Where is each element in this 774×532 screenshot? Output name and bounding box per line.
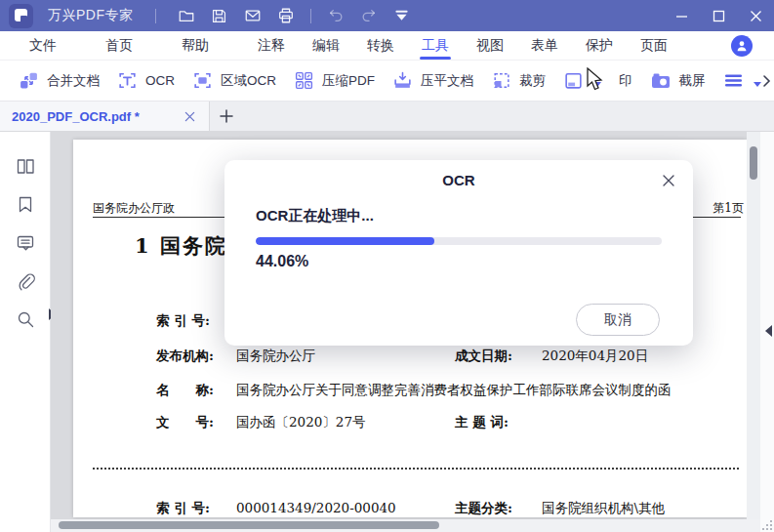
bookmarks-panel-button[interactable] bbox=[14, 193, 37, 217]
open-file-button[interactable] bbox=[170, 0, 203, 31]
tool-label: OCR bbox=[145, 73, 175, 88]
doc-field-value: 2020年04月20日 bbox=[542, 348, 648, 365]
maximize-button[interactable] bbox=[700, 0, 737, 31]
resize-grip[interactable] bbox=[762, 520, 772, 530]
menubar: 文件 首页 帮助 注释 编辑 转换 工具 视图 表单 保护 页面 bbox=[0, 31, 774, 61]
user-avatar[interactable] bbox=[731, 35, 753, 57]
new-tab-button[interactable] bbox=[210, 102, 243, 131]
doc-field-value: 国办函〔2020〕27号 bbox=[236, 414, 366, 431]
menu-form[interactable]: 表单 bbox=[517, 31, 572, 61]
tool-label: 印 bbox=[619, 72, 632, 90]
horizontal-scrollbar-thumb[interactable] bbox=[59, 521, 439, 529]
save-button[interactable] bbox=[203, 0, 236, 31]
menu-convert[interactable]: 转换 bbox=[353, 31, 408, 61]
toolbar-expand-button[interactable] bbox=[762, 70, 774, 92]
area-ocr-icon bbox=[192, 70, 213, 91]
doc-field-value: 000014349/2020-00040 bbox=[236, 500, 396, 515]
compress-pdf-button[interactable]: 压缩PDF bbox=[289, 63, 387, 99]
redo-icon bbox=[360, 7, 378, 24]
attachments-panel-button[interactable] bbox=[14, 269, 37, 293]
titlebar: 万兴PDF专家 bbox=[0, 0, 774, 31]
flatten-pdf-icon bbox=[392, 70, 413, 91]
close-icon bbox=[184, 111, 195, 122]
thumbnails-panel-button[interactable] bbox=[14, 155, 37, 179]
tool-label: 区域OCR bbox=[221, 72, 276, 90]
tab-label: 2020_PDF_OCR.pdf * bbox=[12, 109, 180, 124]
ocr-icon bbox=[117, 70, 138, 91]
doc-field-value: 国务院办公厅关于同意调整完善消费者权益保护工作部际联席会议制度的函 bbox=[236, 382, 672, 399]
menu-view[interactable]: 视图 bbox=[463, 31, 517, 61]
ocr-progress-percent: 44.06% bbox=[256, 253, 308, 270]
user-avatar-icon bbox=[734, 38, 750, 54]
ocr-button[interactable]: OCR bbox=[112, 63, 187, 99]
attachment-icon bbox=[15, 270, 36, 292]
dropdown-caret-icon bbox=[754, 82, 761, 87]
right-panel-toggle[interactable] bbox=[765, 325, 772, 337]
undo-button[interactable] bbox=[319, 0, 352, 31]
doc-field-label: 主 题 词: bbox=[455, 414, 509, 431]
doc-header-left: 国务院办公厅政 bbox=[93, 200, 175, 217]
doc-field-label: 成文日期: bbox=[455, 348, 512, 365]
app-logo-icon bbox=[9, 4, 33, 28]
close-icon bbox=[750, 10, 762, 22]
cancel-button[interactable]: 取消 bbox=[576, 304, 660, 336]
email-icon bbox=[244, 7, 262, 24]
print-button[interactable] bbox=[269, 0, 303, 31]
merge-documents-button[interactable]: 合并文档 bbox=[14, 63, 112, 99]
bookmark-icon bbox=[15, 194, 36, 216]
menu-help[interactable]: 帮助 bbox=[168, 31, 223, 61]
search-panel-button[interactable] bbox=[14, 307, 37, 331]
screenshot-button[interactable]: 截屏 bbox=[645, 63, 718, 99]
tab-close-button[interactable] bbox=[180, 106, 199, 126]
menu-comment[interactable]: 注释 bbox=[244, 31, 299, 61]
menu-file[interactable]: 文件 bbox=[16, 31, 70, 61]
doc-field-label: 索 引 号: bbox=[156, 312, 210, 330]
undo-icon bbox=[327, 7, 345, 24]
ocr-dialog: OCR OCR正在处理中... 44.06% 取消 bbox=[224, 160, 693, 346]
menu-protect[interactable]: 保护 bbox=[572, 31, 627, 61]
dialog-close-button[interactable] bbox=[658, 170, 679, 191]
tool-label: 压缩PDF bbox=[322, 72, 375, 90]
save-icon bbox=[211, 8, 227, 24]
crop-button[interactable]: 裁剪 bbox=[486, 63, 558, 99]
chevron-right-icon bbox=[762, 74, 771, 88]
collapse-toolbar-button[interactable] bbox=[386, 0, 419, 31]
doc-field-label: 发布机构: bbox=[156, 348, 214, 365]
menu-page[interactable]: 页面 bbox=[627, 31, 681, 61]
ocr-status-text: OCR正在处理中... bbox=[256, 207, 374, 225]
document-tab[interactable]: 2020_PDF_OCR.pdf * bbox=[0, 102, 210, 131]
menu-home[interactable]: 首页 bbox=[92, 31, 146, 61]
ocr-progress-bar bbox=[256, 237, 662, 245]
collapse-toolbar-icon bbox=[393, 8, 410, 24]
area-ocr-button[interactable]: 区域OCR bbox=[187, 63, 289, 99]
tool-label: 合并文档 bbox=[47, 72, 100, 90]
horizontal-scrollbar[interactable] bbox=[51, 519, 760, 532]
menu-edit[interactable]: 编辑 bbox=[299, 31, 353, 61]
print-icon bbox=[277, 7, 295, 24]
maximize-icon bbox=[713, 10, 725, 22]
close-icon bbox=[662, 174, 675, 187]
email-button[interactable] bbox=[236, 0, 269, 31]
tabbar: 2020_PDF_OCR.pdf * bbox=[0, 102, 774, 132]
vertical-scrollbar[interactable] bbox=[747, 132, 760, 532]
doc-field-label: 名 称: bbox=[156, 382, 214, 399]
doc-dotted-divider bbox=[93, 468, 739, 470]
minimize-button[interactable] bbox=[663, 0, 700, 31]
folder-open-icon bbox=[178, 7, 195, 24]
menu-tools[interactable]: 工具 bbox=[408, 31, 463, 61]
watermark-button[interactable]: 印 bbox=[558, 63, 645, 99]
vertical-scrollbar-thumb[interactable] bbox=[750, 146, 757, 180]
comments-panel-button[interactable] bbox=[14, 231, 37, 255]
redo-button[interactable] bbox=[352, 0, 386, 31]
doc-heading: 1 国务院 bbox=[135, 232, 227, 260]
doc-field-label: 主题分类: bbox=[455, 500, 512, 517]
screenshot-icon bbox=[650, 70, 672, 91]
dialog-title: OCR bbox=[224, 172, 693, 188]
ocr-progress-fill bbox=[256, 237, 434, 245]
flatten-pdf-button[interactable]: 压平文档 bbox=[387, 63, 486, 99]
titlebar-divider bbox=[155, 9, 156, 23]
close-window-button[interactable] bbox=[737, 0, 774, 31]
thumbnails-icon bbox=[15, 156, 36, 178]
doc-header-right: 第1页 bbox=[713, 200, 744, 217]
crop-icon bbox=[491, 70, 511, 91]
